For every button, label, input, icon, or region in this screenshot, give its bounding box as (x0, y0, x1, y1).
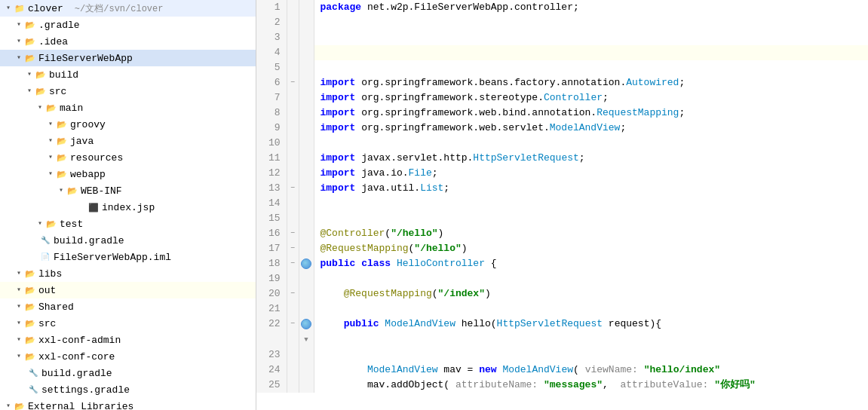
fold-gutter[interactable] (287, 136, 299, 151)
code-content[interactable]: @Controller("/hello") (314, 226, 868, 241)
fold-gutter[interactable]: − (287, 286, 299, 301)
sidebar-item-java[interactable]: 📂 java (0, 133, 256, 149)
fold-gutter[interactable] (287, 45, 299, 60)
sidebar-item-shared[interactable]: 📂 Shared (0, 298, 256, 315)
code-content[interactable] (314, 30, 868, 45)
fold-gutter[interactable]: − (287, 317, 299, 347)
sidebar-item-webinf[interactable]: 📂 WEB-INF (0, 182, 256, 199)
folder-icon: 📂 (56, 118, 68, 130)
sidebar-item-external-libraries[interactable]: 📂 External Libraries (0, 398, 256, 410)
code-content[interactable]: package net.w2p.FileServerWebApp.control… (314, 0, 868, 15)
fold-gutter[interactable] (287, 0, 299, 15)
code-line-16: 16 − @Controller("/hello") (256, 226, 868, 241)
fold-gutter[interactable] (287, 271, 299, 286)
file-tree[interactable]: 📁 clover ~/文档/svn/clover 📂 .gradle 📂 .id… (0, 0, 256, 410)
line-gutter (299, 90, 314, 106)
tree-root[interactable]: 📁 clover ~/文档/svn/clover (0, 0, 256, 17)
fold-gutter[interactable] (287, 196, 299, 211)
folder-icon: 📂 (24, 284, 36, 296)
code-content[interactable]: import org.springframework.beans.factory… (314, 75, 868, 90)
fold-gutter[interactable] (287, 60, 299, 75)
folder-icon: 📂 (14, 400, 26, 410)
sidebar-item-build-gradle[interactable]: 🔧 build.gradle (0, 232, 256, 249)
fold-gutter[interactable]: − (287, 256, 299, 271)
sidebar-item-webapp[interactable]: 📂 webapp (0, 166, 256, 182)
code-content[interactable]: import org.springframework.stereotype.Co… (314, 90, 868, 106)
folder-icon: 📂 (24, 19, 36, 31)
item-label: Shared (38, 301, 74, 313)
code-content[interactable] (314, 45, 868, 60)
sidebar-item-groovy[interactable]: 📂 groovy (0, 116, 256, 133)
sidebar-item-resources[interactable]: 📂 resources (0, 149, 256, 166)
fold-gutter[interactable] (287, 211, 299, 226)
sidebar-item-gradle[interactable]: 📂 .gradle (0, 17, 256, 33)
tree-arrow (77, 202, 87, 213)
code-line-2: 2 (256, 15, 868, 30)
item-label: main (60, 102, 83, 114)
sidebar-item-src2[interactable]: 📂 src (0, 315, 256, 332)
tree-arrow (35, 219, 45, 229)
code-content[interactable] (314, 301, 868, 317)
item-label: index.jsp (102, 202, 155, 213)
fold-gutter[interactable] (287, 106, 299, 121)
code-content[interactable] (314, 196, 868, 211)
sidebar-item-fileserverwebapp[interactable]: 📂 FileServerWebApp (0, 50, 256, 66)
fold-gutter[interactable]: − (287, 75, 299, 90)
sidebar-item-libs[interactable]: 📂 libs (0, 265, 256, 282)
code-content[interactable]: import org.springframework.web.servlet.M… (314, 121, 868, 136)
sidebar-item-settings-gradle[interactable]: 🔧 settings.gradle (0, 381, 256, 398)
code-line-19: 19 (256, 271, 868, 286)
code-content[interactable]: import javax.servlet.http.HttpServletReq… (314, 151, 868, 166)
line-gutter (299, 166, 314, 181)
fold-gutter[interactable] (287, 90, 299, 106)
code-content[interactable]: import org.springframework.web.bind.anno… (314, 106, 868, 121)
fold-gutter[interactable] (287, 166, 299, 181)
code-content[interactable]: @RequestMapping("/index") (314, 286, 868, 301)
code-content[interactable] (314, 271, 868, 286)
sidebar-item-root-build-gradle[interactable]: 🔧 build.gradle (0, 365, 256, 381)
code-content[interactable]: import java.io.File; (314, 166, 868, 181)
fold-gutter[interactable] (287, 121, 299, 136)
code-content[interactable] (314, 136, 868, 151)
sidebar-item-idea[interactable]: 📂 .idea (0, 33, 256, 50)
fold-gutter[interactable]: − (287, 181, 299, 196)
sidebar-item-out[interactable]: 📂 out (0, 282, 256, 298)
line-number: 3 (256, 30, 287, 45)
fold-gutter[interactable] (287, 363, 299, 378)
fold-gutter[interactable] (287, 378, 299, 393)
line-gutter (299, 121, 314, 136)
sidebar-item-indexjsp[interactable]: ⬛ index.jsp (0, 199, 256, 216)
code-content[interactable] (314, 60, 868, 75)
code-content[interactable] (314, 211, 868, 226)
fold-gutter[interactable] (287, 301, 299, 317)
fold-gutter[interactable]: − (287, 226, 299, 241)
fold-gutter[interactable] (287, 30, 299, 45)
code-content[interactable]: ModelAndView mav = new ModelAndView( vie… (314, 363, 868, 378)
line-number: 2 (256, 15, 287, 30)
code-editor[interactable]: 1 package net.w2p.FileServerWebApp.contr… (256, 0, 868, 410)
sidebar-item-main[interactable]: 📂 main (0, 99, 256, 116)
code-content[interactable]: @RequestMapping("/hello") (314, 241, 868, 256)
code-line-18: 18 − public class HelloController { (256, 256, 868, 271)
fold-gutter[interactable]: − (287, 241, 299, 256)
line-gutter (299, 211, 314, 226)
code-line-25: 25 mav.addObject( attributeName: "messag… (256, 378, 868, 393)
code-content[interactable]: public class HelloController { (314, 256, 868, 271)
code-content[interactable] (314, 15, 868, 30)
sidebar-item-xxl-conf-admin[interactable]: 📂 xxl-conf-admin (0, 332, 256, 348)
fold-gutter[interactable] (287, 151, 299, 166)
code-content[interactable]: mav.addObject( attributeName: "messages"… (314, 378, 868, 393)
code-content[interactable]: public ModelAndView hello(HttpServletReq… (314, 317, 868, 347)
item-label: groovy (70, 119, 106, 130)
sidebar-item-test[interactable]: 📂 test (0, 216, 256, 232)
fold-gutter[interactable] (287, 347, 299, 363)
sidebar-item-src[interactable]: 📂 src (0, 83, 256, 99)
tree-arrow (29, 252, 39, 262)
sidebar-item-iml[interactable]: 📄 FileServerWebApp.iml (0, 249, 256, 265)
code-content[interactable] (314, 347, 868, 363)
line-number: 10 (256, 136, 287, 151)
fold-gutter[interactable] (287, 15, 299, 30)
sidebar-item-xxl-conf-core[interactable]: 📂 xxl-conf-core (0, 348, 256, 365)
sidebar-item-build[interactable]: 📂 build (0, 66, 256, 83)
code-content[interactable]: import java.util.List; (314, 181, 868, 196)
